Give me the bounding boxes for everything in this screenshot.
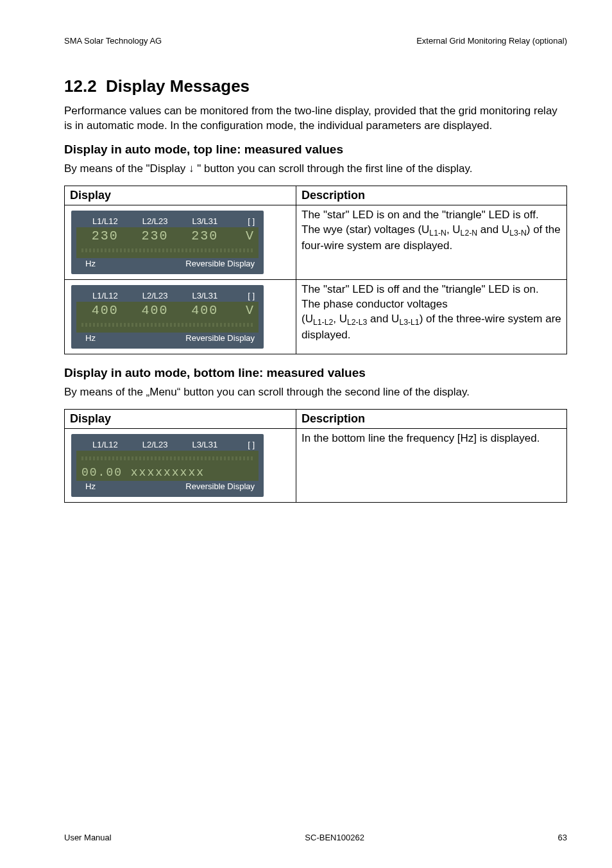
display-cell: L1/L12 L2/L23 L3/L31 [ ] 400 400 400 V — [65, 279, 296, 354]
footer-left: User Manual — [64, 833, 112, 842]
page-footer: User Manual SC-BEN100262 63 — [64, 833, 567, 842]
val-l1: 230 — [80, 229, 130, 243]
ghost-block — [81, 248, 253, 252]
val-unit: V — [230, 229, 255, 243]
footer-center: SC-BEN100262 — [305, 833, 364, 842]
bottom-right: Reversible Display — [185, 333, 255, 343]
footer-right: 63 — [558, 833, 567, 842]
ghost-block — [81, 456, 253, 460]
table-row: L1/L12 L2/L23 L3/L31 [ ] 230 230 230 V — [65, 205, 567, 279]
table-row: L1/L12 L2/L23 L3/L31 [ ] 00.00 xxxxxxxxx… — [65, 428, 567, 502]
label-l3: L3/L31 — [180, 216, 230, 226]
bottom-left: Hz — [85, 259, 96, 268]
label-l2: L2/L23 — [130, 440, 180, 449]
table-header-row: Display Description — [65, 409, 567, 428]
val-l2: 230 — [130, 229, 180, 243]
label-l1: L1/L12 — [80, 216, 130, 226]
label-l2: L2/L23 — [130, 216, 180, 226]
section-name: Display Messages — [106, 76, 250, 96]
bottom-lead: By means of the „Menu“ button you can sc… — [64, 385, 567, 400]
intro-paragraph: Performance values can be monitored from… — [64, 104, 567, 134]
label-l3: L3/L31 — [180, 440, 230, 449]
header-right: External Grid Monitoring Relay (optional… — [416, 36, 567, 46]
top-table: Display Description L1/L12 L2/L23 L3/L31… — [64, 186, 567, 354]
page: SMA Solar Technology AG External Grid Mo… — [0, 0, 612, 868]
lcd-ghost — [80, 318, 255, 331]
section-number: 12.2 — [64, 76, 97, 96]
description-cell: In the bottom line the frequency [Hz] is… — [296, 428, 567, 502]
panel-bottom: Hz Reversible Display — [76, 333, 259, 343]
th-description: Description — [296, 186, 567, 205]
lcd-screen: 00.00 xxxxxxxxx — [76, 451, 259, 481]
panel-labels: L1/L12 L2/L23 L3/L31 [ ] — [76, 439, 259, 451]
lcd-ghost — [80, 244, 255, 257]
table-row: L1/L12 L2/L23 L3/L31 [ ] 400 400 400 V — [65, 279, 567, 354]
section-title: 12.2 Display Messages — [64, 76, 567, 96]
bottom-right: Reversible Display — [185, 259, 255, 268]
bottom-table: Display Description L1/L12 L2/L23 L3/L31… — [64, 409, 567, 503]
label-unit: [ ] — [230, 216, 255, 226]
label-l1: L1/L12 — [80, 291, 130, 300]
top-lead: By means of the "Display ↓ " button you … — [64, 162, 567, 177]
panel-labels: L1/L12 L2/L23 L3/L31 [ ] — [76, 290, 259, 302]
label-l1: L1/L12 — [80, 440, 130, 449]
description-cell: The "star" LED is on and the "triangle" … — [296, 205, 567, 279]
panel-bottom: Hz Reversible Display — [76, 481, 259, 492]
lcd-panel: L1/L12 L2/L23 L3/L31 [ ] 230 230 230 V — [71, 211, 264, 274]
val-l2: 400 — [130, 303, 180, 318]
bottom-left: Hz — [85, 482, 96, 491]
display-cell: L1/L12 L2/L23 L3/L31 [ ] 230 230 230 V — [65, 205, 296, 279]
lcd-panel: L1/L12 L2/L23 L3/L31 [ ] 00.00 xxxxxxxxx… — [71, 434, 264, 497]
display-cell: L1/L12 L2/L23 L3/L31 [ ] 00.00 xxxxxxxxx… — [65, 428, 296, 502]
table-header-row: Display Description — [65, 186, 567, 205]
lcd-values: 230 230 230 V — [80, 229, 255, 244]
bottom-left: Hz — [85, 333, 96, 343]
bottom-right: Reversible Display — [185, 482, 255, 491]
th-display: Display — [65, 186, 296, 205]
th-description: Description — [296, 409, 567, 428]
panel-labels: L1/L12 L2/L23 L3/L31 [ ] — [76, 216, 259, 227]
val-l3: 230 — [180, 229, 230, 243]
label-l3: L3/L31 — [180, 291, 230, 300]
label-unit: [ ] — [230, 291, 255, 300]
val-unit: V — [230, 303, 255, 318]
header-left: SMA Solar Technology AG — [64, 36, 162, 46]
lcd-ghost — [80, 452, 255, 465]
lcd-screen: 230 230 230 V — [76, 227, 259, 258]
val-l3: 400 — [180, 303, 230, 318]
description-cell: The "star" LED is off and the "triangle"… — [296, 279, 567, 354]
lcd-panel: L1/L12 L2/L23 L3/L31 [ ] 400 400 400 V — [71, 285, 264, 349]
panel-bottom: Hz Reversible Display — [76, 258, 259, 269]
label-l2: L2/L23 — [130, 291, 180, 300]
lcd-screen: 400 400 400 V — [76, 302, 259, 333]
ghost-block — [81, 323, 253, 327]
th-display: Display — [65, 409, 296, 428]
val-l1: 400 — [80, 303, 130, 318]
lcd-bottom-line: 00.00 xxxxxxxxx — [80, 465, 255, 480]
page-header: SMA Solar Technology AG External Grid Mo… — [64, 36, 567, 46]
label-unit: [ ] — [230, 440, 255, 449]
lcd-values: 400 400 400 V — [80, 303, 255, 318]
bottom-heading: Display in auto mode, bottom line: measu… — [64, 366, 567, 380]
top-heading: Display in auto mode, top line: measured… — [64, 143, 567, 157]
